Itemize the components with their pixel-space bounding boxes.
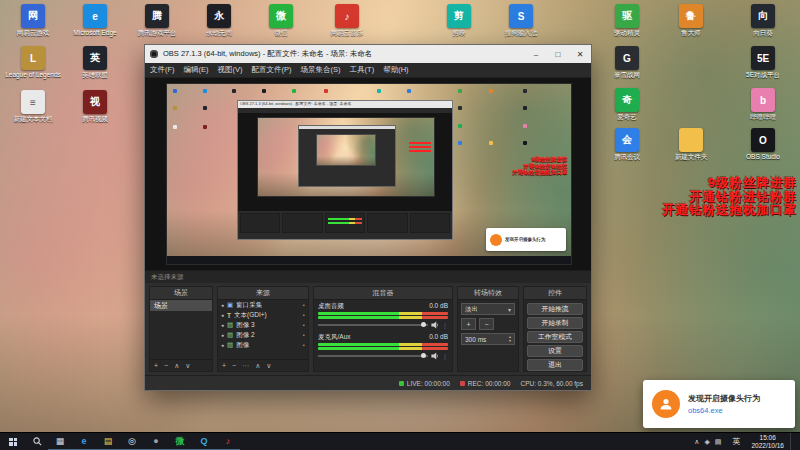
search-button[interactable] (26, 433, 48, 450)
taskbar-app-explorer[interactable]: ▤ (96, 433, 120, 450)
taskbar-clock[interactable]: 15:06 2022/10/16 (745, 434, 790, 449)
desktop-icon-5e-platform[interactable]: 5E5E对战平台 (734, 46, 792, 78)
close-button[interactable]: ✕ (569, 45, 591, 63)
start-button[interactable] (0, 433, 26, 450)
transition-duration[interactable]: 300 ms ▴▾ (461, 333, 515, 345)
speaker-icon[interactable] (431, 352, 439, 360)
volume-slider-knob[interactable] (421, 353, 426, 358)
tray-icon-2[interactable]: ▤ (715, 438, 722, 446)
control-button-0[interactable]: 开始推流 (527, 303, 583, 315)
desktop-icon-obs-studio[interactable]: OOBS Studio (734, 128, 792, 160)
control-button-1[interactable]: 开始录制 (527, 317, 583, 329)
obs-menu-item-5[interactable]: 工具(T) (350, 65, 375, 75)
minimize-button[interactable]: – (525, 45, 547, 63)
taskbar-app-music[interactable]: ♪ (216, 433, 240, 450)
sources-list[interactable]: ●▣窗口采集▪●T文本(GDI+)▪●▨图像 3▪●▨图像 2▪●▨图像▪ (218, 300, 308, 359)
desktop-icon-driver-genius[interactable]: 驱驱动精灵 (598, 4, 656, 36)
scenes-list[interactable]: 场景 (150, 300, 212, 359)
desktop-icon-lol-client[interactable]: 英英雄联盟 (66, 46, 124, 78)
sources-toolbar-button-2[interactable]: ⋯ (242, 362, 249, 370)
volume-slider[interactable] (318, 355, 428, 357)
desktop-icon-sogou-input[interactable]: S搜狗输入法 (492, 4, 550, 36)
stepper-icons[interactable]: ▴▾ (509, 335, 511, 343)
language-indicator[interactable]: 英 (727, 436, 745, 447)
obs-preview[interactable]: 9级粉丝牌进群 开通钻粉进钻粉群 开通钻粉送抱枕加口罩 OBS 27.1.3 (… (145, 78, 591, 270)
desktop-icon-new-text-doc[interactable]: ≡新建文本文档 (4, 90, 62, 122)
obs-menu-item-0[interactable]: 文件(F) (150, 65, 175, 75)
tencent-games-icon: 腾 (145, 4, 169, 28)
stream-overlay-text: 9级粉丝牌进群 开通钻粉进钻粉群 开通钻粉送抱枕加口罩 (662, 177, 797, 218)
desktop-icon-naraka[interactable]: 永永劫无间 (190, 4, 248, 36)
desktop-icon-jianying[interactable]: 剪剪映 (430, 4, 488, 36)
action-center-button[interactable] (790, 433, 800, 450)
control-button-2[interactable]: 工作室模式 (527, 331, 583, 343)
taskbar-app-qq[interactable]: Q (192, 433, 216, 450)
volume-slider-knob[interactable] (421, 322, 426, 327)
source-row[interactable]: ●▣窗口采集▪ (218, 300, 308, 310)
desktop-icon-bilibili[interactable]: b哔哩哔哩 (734, 88, 792, 120)
obs-menu-item-2[interactable]: 视图(V) (218, 65, 243, 75)
taskbar-app-obs[interactable]: ● (144, 433, 168, 450)
obs-menu-item-6[interactable]: 帮助(H) (383, 65, 408, 75)
taskbar-app-wechat[interactable]: 微 (168, 433, 192, 450)
desktop-icon-battlenet[interactable]: G暴雪战网 (598, 46, 656, 78)
taskbar-app-task-view[interactable]: ▦ (48, 433, 72, 450)
desktop-icon-wechat[interactable]: 微微信 (252, 4, 310, 36)
taskbar-app-chrome[interactable]: ◎ (120, 433, 144, 450)
desktop-icon-ludashi[interactable]: 鲁鲁大师 (662, 4, 720, 36)
sources-toolbar-button-0[interactable]: + (222, 362, 226, 369)
notification-popup[interactable]: 发现开启摄像头行为 obs64.exe (643, 380, 795, 428)
source-row[interactable]: ●▨图像▪ (218, 340, 308, 350)
scenes-toolbar-button-0[interactable]: + (154, 362, 158, 369)
desktop-icon-sunlogin[interactable]: 向向日葵 (734, 4, 792, 36)
transition-select[interactable]: 淡出 ▾ (461, 303, 515, 315)
desktop-icon-netease-music[interactable]: ♪网易云音乐 (318, 4, 376, 36)
track-settings-icon[interactable]: ⋮ (442, 322, 448, 329)
transition-button-0[interactable]: + (461, 318, 476, 330)
desktop-icon-new-folder[interactable]: 新建文件夹 (662, 128, 720, 160)
captured-desktop-icon (489, 89, 493, 93)
desktop-icon-league-of-legends[interactable]: LLeague of Legends (4, 46, 62, 78)
lock-icon[interactable]: ▪ (303, 302, 305, 308)
transition-button-1[interactable]: − (479, 318, 494, 330)
visibility-icon[interactable]: ● (221, 302, 224, 308)
control-button-4[interactable]: 退出 (527, 359, 583, 371)
source-row[interactable]: ●▨图像 2▪ (218, 330, 308, 340)
taskbar-app-edge[interactable]: e (72, 433, 96, 450)
notification-app-link[interactable]: obs64.exe (688, 406, 760, 415)
desktop-icon-tencent-meeting[interactable]: 会腾讯会议 (598, 128, 656, 160)
visibility-icon[interactable]: ● (221, 312, 224, 318)
scene-row[interactable]: 场景 (150, 300, 212, 311)
lock-icon[interactable]: ▪ (303, 342, 305, 348)
obs-titlebar[interactable]: OBS 27.1.3 (64-bit, windows) - 配置文件: 未命名… (145, 45, 591, 63)
sources-toolbar-button-1[interactable]: − (232, 362, 236, 369)
volume-slider[interactable] (318, 324, 428, 326)
lock-icon[interactable]: ▪ (303, 312, 305, 318)
desktop-icon-netease-cloud-game[interactable]: 网网易云游戏 (4, 4, 62, 36)
track-settings-icon[interactable]: ⋮ (442, 353, 448, 360)
obs-menu-item-1[interactable]: 编辑(E) (184, 65, 209, 75)
scenes-toolbar-button-1[interactable]: − (164, 362, 168, 369)
control-button-3[interactable]: 设置 (527, 345, 583, 357)
sources-toolbar-button-4[interactable]: ∨ (266, 362, 271, 370)
visibility-icon[interactable]: ● (221, 342, 224, 348)
tray-icon-1[interactable]: ◈ (704, 438, 709, 446)
visibility-icon[interactable]: ● (221, 322, 224, 328)
scenes-toolbar-button-2[interactable]: ∧ (174, 362, 179, 370)
lock-icon[interactable]: ▪ (303, 332, 305, 338)
desktop-icon-microsoft-edge[interactable]: eMicrosoft Edge (66, 4, 124, 36)
scenes-toolbar-button-3[interactable]: ∨ (185, 362, 190, 370)
obs-menu-item-4[interactable]: 场景集合(S) (301, 65, 341, 75)
tray-icon-0[interactable]: ∧ (694, 438, 699, 446)
lock-icon[interactable]: ▪ (303, 322, 305, 328)
desktop-icon-tencent-video[interactable]: 视腾讯视频 (66, 90, 124, 122)
desktop-icon-iqiyi[interactable]: 奇爱奇艺 (598, 88, 656, 120)
sources-toolbar-button-3[interactable]: ∧ (255, 362, 260, 370)
maximize-button[interactable]: □ (547, 45, 569, 63)
speaker-icon[interactable] (431, 321, 439, 329)
source-row[interactable]: ●T文本(GDI+)▪ (218, 310, 308, 320)
desktop-icon-tencent-games[interactable]: 腾腾讯游戏平台 (128, 4, 186, 36)
source-row[interactable]: ●▨图像 3▪ (218, 320, 308, 330)
visibility-icon[interactable]: ● (221, 332, 224, 338)
obs-menu-item-3[interactable]: 配置文件(P) (252, 65, 292, 75)
